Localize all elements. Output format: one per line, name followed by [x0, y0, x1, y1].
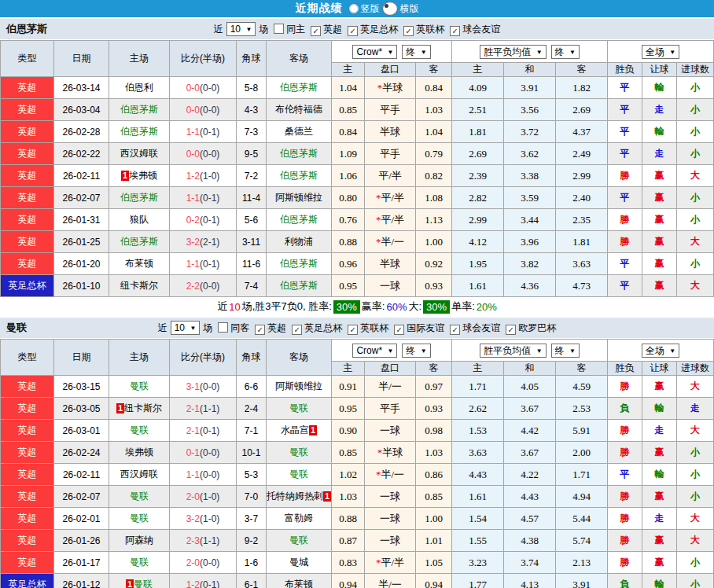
team-name-text: 阿斯顿维拉 — [275, 380, 322, 391]
result-cell: 勝 — [608, 486, 642, 508]
league-type-cell: 英超 — [1, 464, 54, 486]
league-type-cell: 英足总杯 — [1, 574, 54, 588]
league-checkbox[interactable] — [394, 325, 404, 335]
avg-home-odds-cell: 1.77 — [452, 574, 504, 588]
away-team-cell: 阿斯顿维拉 — [267, 376, 332, 398]
subcolumn-header: 盘口 — [365, 63, 416, 77]
league-checkbox[interactable] — [311, 26, 321, 36]
team-name-text: 曼联 — [289, 447, 308, 458]
subcolumn-header: 主 — [332, 63, 365, 77]
final-select[interactable]: 终 ▼ — [402, 45, 430, 59]
fulltime-score: 2-0 — [186, 557, 200, 568]
team-name-text: 埃弗顿 — [125, 447, 153, 458]
date-cell: 26-03-14 — [54, 77, 109, 99]
halftime-score: (0-0) — [200, 105, 219, 116]
team-name-text: 伯恩茅斯 — [280, 170, 318, 181]
horizontal-layout-radio[interactable] — [382, 2, 398, 16]
dropdown-arrow-icon: ▼ — [190, 325, 196, 332]
crow-company-select[interactable]: Crow* ▼ — [352, 45, 397, 59]
fulltime-score: 2-1 — [186, 403, 200, 414]
crow-away-odds-cell: 1.01 — [416, 530, 452, 552]
halftime-score: (0-1) — [200, 127, 219, 138]
handicap-result-cell: 赢 — [642, 187, 677, 209]
avg-away-odds-cell: 1.81 — [556, 231, 608, 253]
league-checkbox[interactable] — [348, 26, 358, 36]
final-select[interactable]: 终 ▼ — [551, 45, 580, 59]
summary-text: 大: — [408, 300, 421, 314]
match-row: 英超26-02-01曼联3-2(1-0)3-7富勒姆0.88一球1.001.54… — [1, 508, 714, 530]
same-venue-checkbox[interactable] — [274, 24, 284, 34]
crow-away-odds-cell: 1.04 — [416, 121, 452, 143]
corners-cell: 7-4 — [237, 275, 267, 297]
goals-result-cell: 小 — [677, 442, 714, 464]
crow-odds-group: Crow* ▼终 ▼ — [332, 340, 452, 362]
recent-summary: 近10场,胜3平7负0, 胜率:30% 赢率:60% 大:30% 单率:20% — [0, 297, 714, 316]
handicap-result-cell: 赢 — [642, 165, 677, 187]
league-checkbox[interactable] — [403, 26, 414, 36]
avg-home-odds-cell: 1.71 — [452, 376, 504, 398]
handicap-star: * — [377, 82, 383, 94]
avg-home-odds-cell: 4.12 — [452, 231, 504, 253]
score-cell: 3-1(0-0) — [170, 376, 237, 398]
crow-home-odds-cell: 0.88 — [332, 508, 365, 530]
full-match-select[interactable]: 全场 ▼ — [642, 45, 679, 59]
crow-home-odds-cell: 1.04 — [332, 77, 365, 99]
goals-result-cell: 大 — [677, 420, 714, 442]
handicap-star: * — [376, 557, 381, 568]
avg-draw-odds-cell: 4.57 — [504, 508, 556, 530]
league-checkbox[interactable] — [450, 325, 460, 335]
wdl-average-select[interactable]: 胜平负均值 ▼ — [480, 344, 546, 358]
match-count-select[interactable]: 10 ▼ — [226, 22, 256, 36]
avg-home-odds-cell: 2.39 — [452, 165, 504, 187]
team-name-text: 曼城 — [289, 557, 308, 568]
subcolumn-header: 主 — [332, 362, 365, 376]
team-name-text: 阿斯顿维拉 — [275, 192, 322, 203]
league-type-cell: 英超 — [1, 552, 54, 574]
crow-company-select[interactable]: Crow* ▼ — [352, 344, 397, 358]
dropdown-arrow-icon: ▼ — [245, 26, 252, 33]
handicap-cell: *半/一 — [365, 464, 416, 486]
handicap-cell: *平/半 — [365, 187, 416, 209]
away-team-cell: 伯恩茅斯 — [267, 275, 332, 297]
league-filter-label: 英联杯 — [416, 24, 444, 35]
crow-home-odds-cell: 0.85 — [332, 442, 365, 464]
league-checkbox[interactable] — [255, 325, 265, 335]
final-select[interactable]: 终 ▼ — [402, 344, 430, 358]
fulltime-score: 0-0 — [186, 105, 200, 116]
vertical-layout-radio[interactable] — [349, 4, 359, 13]
match-row: 英超26-03-01曼联2-1(0-1)7-1水晶宫10.90一球0.981.5… — [1, 420, 714, 442]
result-cell: 勝 — [608, 530, 642, 552]
league-type-cell: 英超 — [1, 486, 54, 508]
wdl-average-select[interactable]: 胜平负均值 ▼ — [480, 45, 546, 59]
league-checkbox[interactable] — [450, 26, 460, 36]
fulltime-score: 2-2 — [186, 281, 200, 292]
final-select[interactable]: 终 ▼ — [551, 344, 580, 358]
match-row: 英超26-01-26阿森纳2-3(1-1)9-2曼联0.87一球1.011.55… — [1, 530, 714, 552]
result-cell: 勝 — [608, 442, 642, 464]
result-cell: 勝 — [608, 209, 642, 231]
crow-away-odds-cell: 0.84 — [416, 77, 452, 99]
score-cell: 1-2(0-1) — [170, 574, 237, 588]
handicap-cell: 半球 — [365, 253, 416, 275]
score-cell: 0-1(0-0) — [170, 442, 237, 464]
crow-odds-group: Crow* ▼终 ▼ — [332, 41, 452, 63]
team-name-text: 阿森纳 — [125, 535, 153, 546]
league-checkbox[interactable] — [292, 325, 302, 335]
home-team-cell: 曼联 — [109, 508, 170, 530]
handicap-result-cell: 輸 — [642, 398, 677, 420]
home-team-cell: 纽卡斯尔 — [109, 275, 170, 297]
league-checkbox[interactable] — [348, 325, 358, 335]
league-checkbox[interactable] — [506, 325, 516, 335]
match-row: 英超26-02-07伯恩茅斯1-1(0-1)11-4阿斯顿维拉0.80*平/半1… — [1, 187, 714, 209]
same-venue-checkbox[interactable] — [218, 322, 228, 333]
home-team-cell: 伯恩茅斯 — [109, 99, 170, 121]
avg-home-odds-cell: 1.61 — [452, 275, 504, 297]
avg-home-odds-cell: 2.99 — [452, 209, 504, 231]
full-match-select[interactable]: 全场 ▼ — [642, 344, 679, 358]
avg-draw-odds-cell: 3.67 — [504, 442, 556, 464]
fulltime-score: 0-0 — [186, 83, 200, 94]
avg-away-odds-cell: 2.99 — [556, 165, 608, 187]
avg-home-odds-cell: 1.54 — [452, 508, 504, 530]
match-count-select[interactable]: 10 ▼ — [171, 321, 201, 335]
result-cell: 勝 — [608, 231, 642, 253]
